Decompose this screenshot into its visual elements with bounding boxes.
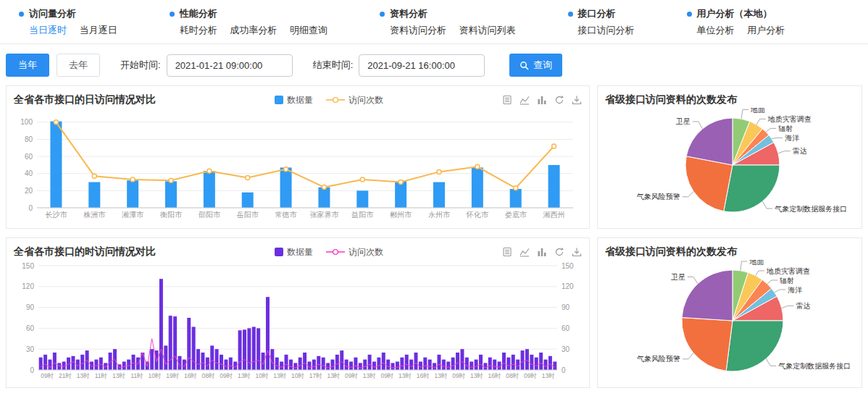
nav-group-title-text: 用户分析（本地） [697,7,772,20]
nav-items: 资料访问分析 资料访问列表 [380,24,526,37]
svg-text:地面: 地面 [750,108,765,114]
svg-text:0: 0 [30,366,34,374]
svg-text:120: 120 [562,282,574,290]
svg-text:90: 90 [26,303,35,311]
svg-text:常德市: 常德市 [275,211,298,219]
svg-text:100: 100 [20,118,33,126]
end-time-input[interactable] [359,54,485,77]
legend-label: 访问次数 [349,94,383,106]
legend-item-visits[interactable]: 访问次数 [326,94,383,106]
svg-text:邵阳市: 邵阳市 [199,211,221,219]
nav-link-data-access-analysis[interactable]: 资料访问分析 [390,25,446,35]
nav-group-title: 接口分析 [568,7,645,20]
svg-text:13时: 13时 [398,372,412,379]
svg-text:辐射: 辐射 [780,277,794,285]
svg-text:150: 150 [562,262,574,270]
nav-link-time-cost[interactable]: 耗时分析 [180,25,217,35]
svg-text:13时: 13时 [363,372,376,379]
daily-bar-line-chart: 020406080100长沙市株洲市湘潭市衡阳市邵阳市岳阳市常德市张家界市益阳市… [14,108,582,221]
end-time-label: 结束时间: [313,59,354,72]
nav-group-title: 访问量分析 [19,7,128,20]
svg-text:地面: 地面 [748,260,764,266]
nav-group-interface: 接口分析 接口访问分析 [568,7,645,37]
line-chart-icon[interactable] [519,247,530,257]
svg-text:湘潭市: 湘潭市 [122,211,144,219]
svg-text:19时: 19时 [166,372,179,379]
nav-group-title-text: 接口分析 [578,7,616,20]
svg-text:120: 120 [22,282,34,290]
line-legend-marker [326,96,345,104]
nav-link-hourly-today[interactable]: 当日逐时 [29,25,67,35]
download-icon[interactable] [572,95,582,105]
svg-text:衡阳市: 衡阳市 [159,211,183,219]
chart-toolbox [502,247,582,257]
bar-legend-swatch [275,248,283,256]
svg-text:地质灾害调查: 地质灾害调查 [767,115,811,123]
query-button[interactable]: 查询 [509,54,562,77]
data-view-icon[interactable] [502,95,512,105]
panel-title: 省级接口访问资料的次数发布 [605,245,737,258]
nav-link-interface-access-analysis[interactable]: 接口访问分析 [578,25,635,35]
nav-link-detail-query[interactable]: 明细查询 [290,25,327,35]
svg-text:雷达: 雷达 [796,302,811,310]
nav-link-success-rate[interactable]: 成功率分析 [230,25,277,35]
refresh-icon[interactable] [554,247,564,257]
svg-text:张家界市: 张家界市 [309,211,339,219]
svg-text:13时: 13时 [238,372,251,379]
svg-text:08时: 08时 [506,372,519,379]
svg-text:地质灾害调查: 地质灾害调查 [766,267,810,275]
this-year-button[interactable]: 当年 [6,54,49,77]
panel-header: 全省各市接口的日访问情况对比 数据量 访问次数 [14,92,582,108]
svg-text:16时: 16时 [488,372,501,379]
last-year-button[interactable]: 去年 [57,54,100,77]
nav-link-user-analysis[interactable]: 用户分析 [747,25,785,35]
legend-item-visits[interactable]: 访问次数 [326,246,383,258]
nav-items: 单位分析 用户分析 [687,24,796,37]
svg-text:17时: 17时 [309,372,322,379]
svg-text:13时: 13时 [327,372,340,379]
svg-text:辐射: 辐射 [778,125,793,132]
svg-text:怀化市: 怀化市 [466,211,489,219]
nav-group-title: 用户分析（本地） [687,7,796,20]
nav-group-visits: 访问量分析 当日逐时 当月逐日 [19,7,128,37]
svg-text:10时: 10时 [291,372,304,379]
nav-link-daily-month[interactable]: 当月逐日 [80,25,117,35]
legend-item-dataset[interactable]: 数据量 [275,246,313,258]
bar-chart-icon[interactable] [537,247,547,257]
refresh-icon[interactable] [554,95,564,105]
bar-chart-icon[interactable] [537,95,547,105]
province-pie-chart: 地面地质灾害调查辐射海洋雷达气象定制数据服务接口气象风险预警卫星 [605,260,854,379]
panel-title: 全省各市接口的时访问情况对比 [14,245,156,258]
svg-text:08时: 08时 [202,372,215,379]
svg-text:气象定制数据服务接口: 气象定制数据服务接口 [775,205,847,213]
svg-text:13时: 13时 [435,372,448,379]
nav-link-unit-analysis[interactable]: 单位分析 [697,25,735,35]
line-chart-icon[interactable] [519,95,530,105]
svg-text:21时: 21时 [59,372,72,379]
filter-toolbar: 当年 去年 开始时间: 结束时间: 查询 [0,44,868,85]
svg-text:13时: 13时 [273,372,286,379]
chart-legend: 数据量 访问次数 [156,246,502,258]
svg-text:90: 90 [562,303,570,311]
chart-toolbox [502,95,582,105]
province-pie-top-panel: 省级接口访问资料的次数发布 地面地质灾害调查辐射海洋雷达气象定制数据服务接口气象… [597,85,862,229]
svg-text:30: 30 [562,345,570,353]
nav-group-title-text: 性能分析 [180,7,217,20]
legend-item-dataset[interactable]: 数据量 [275,94,313,106]
panel-header: 全省各市接口的时访问情况对比 数据量 访问次数 [14,244,582,260]
svg-text:11时: 11时 [130,372,143,379]
svg-text:60: 60 [26,324,35,332]
start-time-input[interactable] [167,54,293,77]
data-view-icon[interactable] [502,247,512,257]
svg-text:13时: 13时 [112,372,125,379]
blue-dot-icon [19,12,24,17]
download-icon[interactable] [572,247,582,257]
nav-link-data-access-list[interactable]: 资料访问列表 [459,25,516,35]
svg-text:永州市: 永州市 [428,211,451,219]
svg-text:09时: 09时 [380,372,393,379]
svg-text:郴州市: 郴州市 [390,211,412,219]
svg-text:09时: 09时 [345,372,358,379]
search-icon [519,61,529,70]
nav-group-data: 资料分析 资料访问分析 资料访问列表 [380,7,526,37]
svg-text:11时: 11时 [95,372,107,379]
